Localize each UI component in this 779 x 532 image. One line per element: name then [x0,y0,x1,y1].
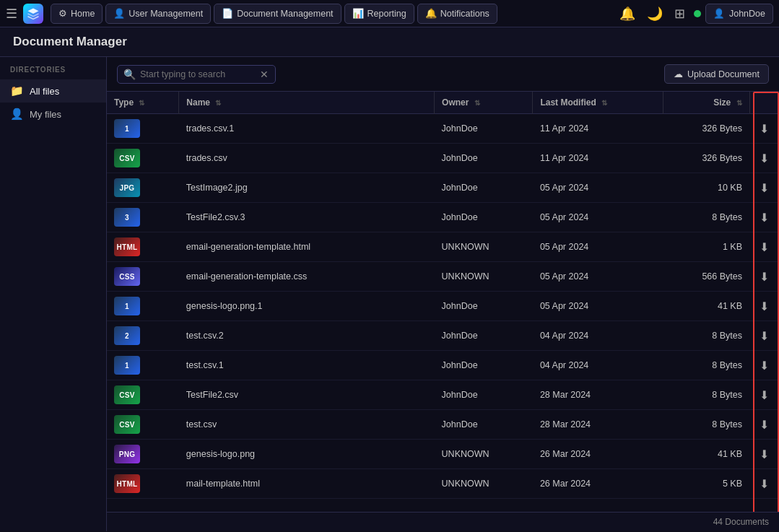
cell-size: 326 Bytes [663,144,749,173]
file-type-badge: CSV [114,415,140,434]
cell-size: 8 Bytes [663,321,749,351]
clear-search-icon[interactable]: ✕ [260,69,269,80]
table-row: JPG TestImage2.jpg JohnDoe 05 Apr 2024 1… [107,173,779,203]
user-management-icon: 👤 [113,8,125,19]
download-button[interactable]: ⬇ [757,446,772,463]
search-input[interactable] [140,69,256,79]
download-button[interactable]: ⬇ [757,476,772,492]
table-row: CSV test.csv JohnDoe 28 Mar 2024 8 Bytes… [107,410,779,440]
file-type-badge: 3 [114,208,140,227]
cell-name: genesis-logo.png.1 [179,292,435,321]
document-count: 44 Documents [713,517,769,527]
table-footer: 44 Documents [107,512,779,531]
top-navigation: ☰ ⚙ Home 👤 User Management 📄 Document Ma… [0,0,779,27]
col-owner[interactable]: Owner ⇅ [435,92,533,114]
cell-name: genesis-logo.png [179,440,435,469]
download-button[interactable]: ⬇ [757,387,772,404]
sidebar-item-my-files[interactable]: 👤 My files [0,103,106,126]
cell-owner: JohnDoe [435,173,533,203]
hamburger-icon[interactable]: ☰ [6,6,17,22]
cell-type: CSV [107,144,179,173]
download-button[interactable]: ⬇ [757,328,772,344]
person-icon: 👤 [10,108,24,121]
table-row: 2 test.csv.2 JohnDoe 04 Apr 2024 8 Bytes… [107,321,779,351]
home-nav-button[interactable]: ⚙ Home [51,4,103,24]
reporting-nav-button[interactable]: 📊 Reporting [344,4,414,24]
download-button[interactable]: ⬇ [757,209,772,226]
download-button[interactable]: ⬇ [757,357,772,374]
cell-owner: JohnDoe [435,410,533,440]
sidebar-section-label: DIRECTORIES [0,66,106,79]
cell-name: TestFile2.csv [179,380,435,410]
cell-owner: JohnDoe [435,380,533,410]
cell-action: ⬇ [749,292,779,321]
content-area: 🔍 ✕ ☁ Upload Document Type ⇅ [107,57,779,531]
col-modified[interactable]: Last Modified ⇅ [533,92,663,114]
download-button[interactable]: ⬇ [757,269,772,285]
cell-size: 41 KB [663,440,749,469]
cell-type: CSV [107,380,179,410]
download-button[interactable]: ⬇ [757,239,772,256]
user-menu-button[interactable]: 👤 JohnDoe [705,4,773,24]
file-type-badge: CSV [114,149,140,167]
sidebar-item-all-files[interactable]: 📁 All files [0,79,106,103]
cell-type: PNG [107,440,179,469]
cell-modified: 05 Apr 2024 [533,262,663,292]
cell-modified: 26 Mar 2024 [533,440,663,469]
sort-type-icon: ⇅ [139,99,144,107]
table-row: CSS email-generation-template.css UNKNOW… [107,262,779,292]
download-button[interactable]: ⬇ [757,298,772,315]
grid-icon-button[interactable]: ⊞ [670,3,689,25]
cell-name: email-generation-template.html [179,232,435,262]
cell-owner: UNKNOWN [435,469,533,499]
cell-name: TestFile2.csv.3 [179,203,435,232]
download-button[interactable]: ⬇ [757,121,772,137]
cell-action: ⬇ [749,203,779,232]
table-row: 1 test.csv.1 JohnDoe 04 Apr 2024 8 Bytes… [107,351,779,380]
table-row: HTML email-generation-template.html UNKN… [107,232,779,262]
cell-size: 8 Bytes [663,380,749,410]
cell-type: 1 [107,114,179,144]
sort-modified-icon: ⇅ [601,99,607,107]
col-name[interactable]: Name ⇅ [179,92,435,114]
cell-owner: JohnDoe [435,292,533,321]
col-size[interactable]: Size ⇅ [663,92,749,114]
cell-size: 41 KB [663,292,749,321]
notifications-nav-button[interactable]: 🔔 Notifications [417,4,497,24]
cell-action: ⬇ [749,410,779,440]
file-type-badge: 2 [114,326,140,345]
cell-action: ⬇ [749,469,779,499]
documents-table: Type ⇅ Name ⇅ Owner ⇅ Last Modified [107,92,779,499]
cell-modified: 05 Apr 2024 [533,173,663,203]
toolbar: 🔍 ✕ ☁ Upload Document [107,57,779,92]
bell-icon-button[interactable]: 🔔 [615,3,640,25]
col-type[interactable]: Type ⇅ [107,92,179,114]
document-management-nav-button[interactable]: 📄 Document Management [214,4,341,24]
search-icon: 🔍 [123,69,136,80]
cell-name: test.csv [179,410,435,440]
cell-owner: UNKNOWN [435,232,533,262]
cell-type: JPG [107,173,179,203]
download-button[interactable]: ⬇ [757,417,772,433]
cell-size: 5 KB [663,469,749,499]
upload-document-button[interactable]: ☁ Upload Document [664,64,769,84]
cell-action: ⬇ [749,262,779,292]
cell-name: mail-template.html [179,469,435,499]
sort-owner-icon: ⇅ [474,99,480,107]
file-type-badge: CSS [114,267,140,286]
sidebar: DIRECTORIES 📁 All files 👤 My files [0,57,107,531]
table-row: 1 genesis-logo.png.1 JohnDoe 05 Apr 2024… [107,292,779,321]
main-layout: DIRECTORIES 📁 All files 👤 My files 🔍 ✕ ☁… [0,57,779,531]
cell-name: trades.csv.1 [179,114,435,144]
app-logo [23,4,43,24]
user-management-nav-button[interactable]: 👤 User Management [105,4,211,24]
cell-modified: 04 Apr 2024 [533,321,663,351]
download-button[interactable]: ⬇ [757,150,772,167]
moon-icon-button[interactable]: 🌙 [643,3,667,25]
cell-action: ⬇ [749,380,779,410]
cell-type: 2 [107,321,179,351]
cell-owner: UNKNOWN [435,440,533,469]
cell-type: CSS [107,262,179,292]
download-button[interactable]: ⬇ [757,180,772,196]
cell-size: 8 Bytes [663,351,749,380]
